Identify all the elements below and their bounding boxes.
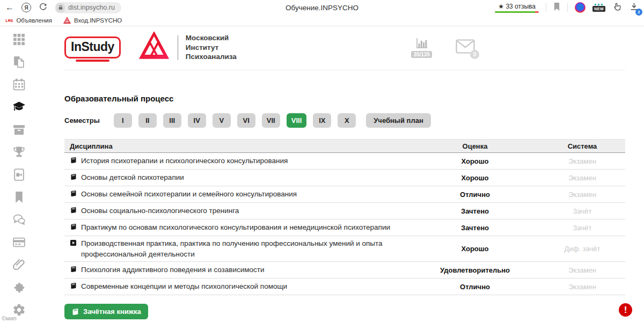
bar-chart-icon [415,37,429,50]
sidebar-item-attachments[interactable] [12,258,26,272]
table-row[interactable]: Основы семейной психотерапии и семейного… [64,186,625,203]
system-value: Зачёт [539,207,625,215]
downloads-button[interactable]: 2 [630,2,639,13]
sidebar-item-archive[interactable] [12,123,26,136]
curriculum-button[interactable]: Учебный план [366,113,430,128]
video-icon [70,239,77,246]
new-feature-button[interactable]: NEW [592,4,605,12]
browser-avatar[interactable] [575,2,586,13]
table-row[interactable]: История психотерапии и психологического … [64,153,625,170]
exclamation-icon: ! [624,305,627,316]
grade-value: Хорошо [411,174,539,182]
table-row[interactable]: Психология аддиктивного поведения и соза… [64,262,625,279]
lms-text-icon: LMS [5,18,13,23]
sidebar-item-calendar[interactable] [12,78,26,91]
sidebar-item-bookmarks[interactable] [12,191,26,204]
progress-badge: 35/135 [411,51,432,58]
star-icon: ★ [498,3,504,10]
table-row[interactable]: Производственная практика, практика по п… [64,236,625,262]
discipline-name: Основы семейной психотерапии и семейного… [81,189,297,200]
browser-toolbar: ← Я dist.inpsycho.ru Обучение.INPSYCHO ★… [0,0,644,15]
bookmarks-bar: LMS Объявления Вход.INPSYCHO [0,15,644,26]
mip-logo[interactable] [139,32,169,64]
bookmark-label: Вход.INPSYCHO [74,17,122,24]
book-icon [70,223,77,230]
bookmark-flag-icon [553,2,560,11]
statistics-button[interactable]: 35/135 [411,37,432,58]
semester-tab-4[interactable]: IV [188,113,206,128]
sidebar-item-messages[interactable] [12,213,26,226]
semester-tab-10[interactable]: X [338,113,356,128]
tab-title: Обучение.INPSYCHO [286,4,358,12]
calendar-icon [12,78,26,91]
trophy-icon [12,145,26,159]
refresh-button[interactable] [39,3,47,13]
column-discipline: Дисциплина [64,142,411,150]
table-header: Дисциплина Оценка Система [64,139,625,153]
sidebar-item-awards[interactable] [12,145,26,159]
semester-tab-3[interactable]: III [163,113,181,128]
book-icon [70,266,77,273]
bookmark-item-announcements[interactable]: LMS Объявления [5,17,52,24]
disciplines-table: Дисциплина Оценка Система История психот… [64,139,625,295]
system-value: Зачёт [539,224,625,232]
mail-button[interactable]: 0 [456,39,475,56]
semesters-label: Семестры [64,116,100,125]
alert-button[interactable]: ! [619,303,632,317]
sidebar-item-payments[interactable] [12,236,26,249]
table-row[interactable]: Основы социально-психологического тренин… [64,203,625,219]
hand-icon [612,2,623,12]
bookmark-label: Объявления [16,17,52,24]
semester-tab-8-active[interactable]: VIII [287,113,307,128]
table-row[interactable]: Современные концепции и методы психологи… [64,279,625,295]
page-title: Образовательный процесс [64,94,625,103]
sidebar-item-video-lessons[interactable] [12,168,26,181]
column-system: Система [539,142,625,150]
content-header: InStudy Московский Институт Психоанализа [64,26,625,70]
refresh-icon [39,3,47,11]
grid-icon [12,33,26,46]
yandex-profile-button[interactable]: Я [21,3,31,12]
address-bar[interactable]: dist.inpsycho.ru [55,2,121,13]
semester-tab-6[interactable]: VI [237,113,255,128]
app-sidebar: ©мип [0,26,38,322]
sidebar-item-education[interactable] [12,100,26,114]
semester-tab-1[interactable]: I [114,113,132,128]
video-file-icon [12,168,26,181]
semester-tab-7[interactable]: VII [262,113,280,128]
site-reviews-button[interactable]: ★ 33 отзыва [495,3,539,13]
book-icon [70,157,77,164]
grade-value: Хорошо [411,157,539,165]
grade-value: Хорошо [411,245,539,253]
table-row[interactable]: Основы детской психотерапии Хорошо Экзам… [64,170,625,186]
hand-gesture-button[interactable] [612,2,623,14]
credit-card-icon [12,236,26,249]
book-icon [70,282,77,289]
system-value: Экзамен [539,266,625,274]
new-badge: NEW [592,6,605,12]
semester-tab-9[interactable]: IX [313,113,331,128]
rating-bar [495,11,539,13]
instudy-logo[interactable]: InStudy [64,36,121,58]
system-value: Экзамен [539,283,625,291]
semester-selector: Семестры I II III IV V VI VII VIII IX X … [64,113,625,128]
discipline-name: История психотерапии и психологического … [81,156,288,166]
sidebar-item-apps[interactable] [12,33,26,46]
back-button[interactable]: ← [5,3,14,12]
institute-name: Московский Институт Психоанализа [186,33,237,62]
discipline-name: Основы детской психотерапии [81,172,184,183]
documents-icon [12,55,26,69]
sidebar-item-extensions[interactable] [12,281,26,294]
semester-tab-5[interactable]: V [213,113,231,128]
gradebook-button[interactable]: Зачётная книжка [64,304,148,319]
semester-tab-2[interactable]: II [138,113,157,128]
paperclip-icon [12,258,26,272]
table-row[interactable]: Практикум по основам психологического ко… [64,219,625,236]
discipline-name: Производственная практика, практика по п… [81,238,394,259]
bookmark-flag-button[interactable] [553,2,560,13]
book-icon [70,207,77,214]
bookmark-item-login[interactable]: Вход.INPSYCHO [63,17,122,24]
sidebar-item-documents[interactable] [12,55,26,69]
system-value: Диф. зачёт [539,245,625,253]
main-content: InStudy Московский Институт Психоанализа [38,26,644,322]
